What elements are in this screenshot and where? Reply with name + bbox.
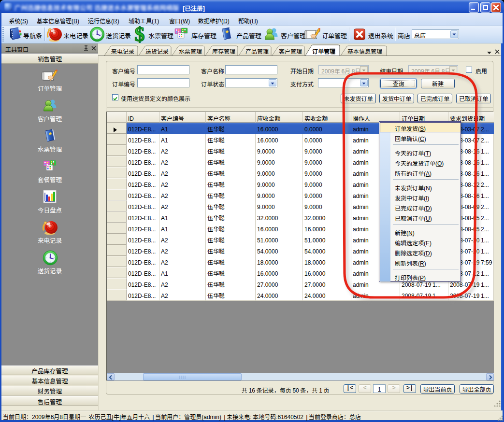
svg-text:$: $ <box>135 26 145 43</box>
